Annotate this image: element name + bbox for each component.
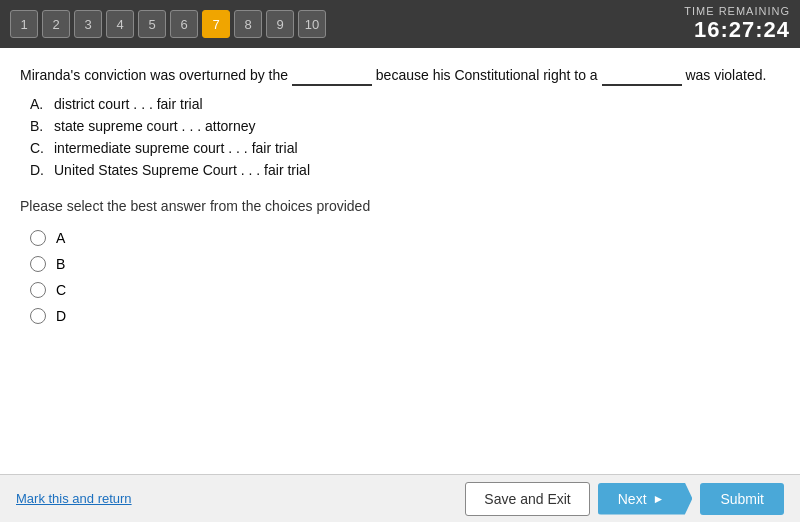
mark-return-link[interactable]: Mark this and return <box>16 491 132 506</box>
submit-button[interactable]: Submit <box>700 483 784 515</box>
question-text-part1: Miranda's conviction was overturned by t… <box>20 67 288 83</box>
instruction-text: Please select the best answer from the c… <box>20 198 780 214</box>
next-arrow-icon: ► <box>653 492 665 506</box>
radio-option-a[interactable]: A <box>30 230 780 246</box>
question-number-2[interactable]: 2 <box>42 10 70 38</box>
radio-label-b: B <box>56 256 65 272</box>
top-bar: 12345678910 TIME REMAINING 16:27:24 <box>0 0 800 48</box>
radio-option-b[interactable]: B <box>30 256 780 272</box>
radio-label-c: C <box>56 282 66 298</box>
radio-input-c[interactable] <box>30 282 46 298</box>
blank-1 <box>292 70 372 86</box>
blank-2 <box>602 70 682 86</box>
question-number-7[interactable]: 7 <box>202 10 230 38</box>
answer-choice-c: C.intermediate supreme court . . . fair … <box>30 140 780 156</box>
answer-choice-b: B.state supreme court . . . attorney <box>30 118 780 134</box>
answer-list: A.district court . . . fair trialB.state… <box>20 96 780 178</box>
bottom-bar: Mark this and return Save and Exit Next … <box>0 474 800 522</box>
question-number-4[interactable]: 4 <box>106 10 134 38</box>
next-label: Next <box>618 491 647 507</box>
radio-label-d: D <box>56 308 66 324</box>
radio-option-d[interactable]: D <box>30 308 780 324</box>
radio-input-b[interactable] <box>30 256 46 272</box>
question-number-9[interactable]: 9 <box>266 10 294 38</box>
radio-options: A B C D <box>20 230 780 324</box>
radio-input-d[interactable] <box>30 308 46 324</box>
radio-option-c[interactable]: C <box>30 282 780 298</box>
question-number-10[interactable]: 10 <box>298 10 326 38</box>
question-text: Miranda's conviction was overturned by t… <box>20 64 780 86</box>
question-number-5[interactable]: 5 <box>138 10 166 38</box>
answer-choice-d: D.United States Supreme Court . . . fair… <box>30 162 780 178</box>
timer-label: TIME REMAINING <box>684 5 790 17</box>
question-number-8[interactable]: 8 <box>234 10 262 38</box>
question-text-part2: because his Constitutional right to a <box>376 67 598 83</box>
timer-value: 16:27:24 <box>684 17 790 43</box>
bottom-buttons: Save and Exit Next ► Submit <box>465 482 784 516</box>
save-exit-button[interactable]: Save and Exit <box>465 482 589 516</box>
radio-label-a: A <box>56 230 65 246</box>
radio-input-a[interactable] <box>30 230 46 246</box>
timer-block: TIME REMAINING 16:27:24 <box>684 5 790 43</box>
question-number-1[interactable]: 1 <box>10 10 38 38</box>
question-number-nav: 12345678910 <box>10 10 326 38</box>
question-number-6[interactable]: 6 <box>170 10 198 38</box>
question-number-3[interactable]: 3 <box>74 10 102 38</box>
next-button[interactable]: Next ► <box>598 483 693 515</box>
question-text-part3: was violated. <box>685 67 766 83</box>
main-content: Miranda's conviction was overturned by t… <box>0 48 800 474</box>
answer-choice-a: A.district court . . . fair trial <box>30 96 780 112</box>
